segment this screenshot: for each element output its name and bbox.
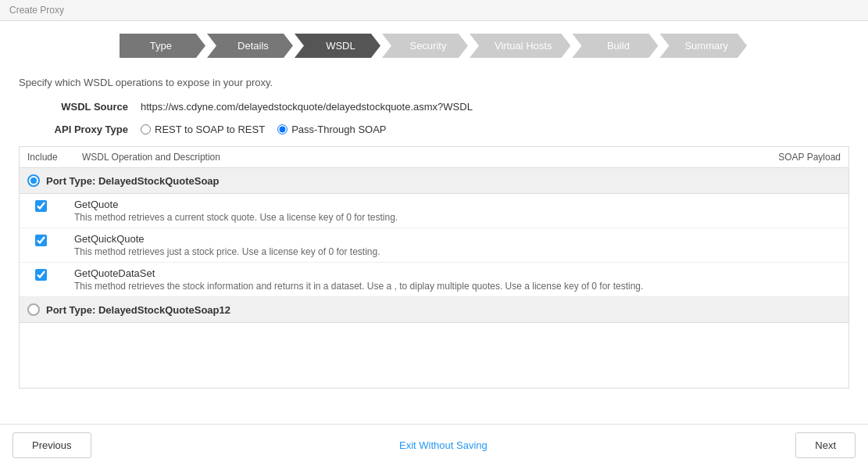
next-button[interactable]: Next bbox=[795, 432, 855, 458]
wsdl-source-row: WSDL Source https://ws.cdyne.com/delayed… bbox=[19, 101, 849, 113]
api-proxy-type-label: API Proxy Type bbox=[19, 124, 128, 135]
op-getquotedataset-checkbox-container bbox=[35, 267, 74, 283]
op-getquote-name: GetQuote bbox=[74, 199, 841, 210]
op-getquote-desc: This method retrieves a current stock qu… bbox=[74, 212, 841, 223]
step-wsdl[interactable]: WSDL bbox=[295, 34, 382, 58]
col-operation: WSDL Operation and Description bbox=[82, 152, 747, 163]
op-getquickquote-desc: This method retrieves just a stock price… bbox=[74, 246, 841, 257]
op-getquotedataset-checkbox[interactable] bbox=[35, 269, 47, 281]
step-details[interactable]: Details bbox=[207, 34, 295, 58]
top-bar-title: Create Proxy bbox=[9, 5, 64, 16]
step-security[interactable]: Security bbox=[382, 34, 470, 58]
wsdl-source-value: https://ws.cdyne.com/delayedstockquote/d… bbox=[141, 101, 473, 113]
op-getquotedataset-name: GetQuoteDataSet bbox=[74, 267, 841, 279]
top-bar: Create Proxy bbox=[0, 0, 868, 21]
api-proxy-type-row: API Proxy Type REST to SOAP to REST Pass… bbox=[19, 124, 849, 135]
wsdl-source-label: WSDL Source bbox=[19, 101, 128, 113]
radio-passthrough-input[interactable] bbox=[277, 124, 288, 134]
operation-row-getquickquote: GetQuickQuote This method retrieves just… bbox=[20, 228, 848, 263]
radio-passthrough-option[interactable]: Pass-Through SOAP bbox=[277, 124, 386, 135]
port-type-row-2[interactable]: Port Type: DelayedStockQuoteSoap12 bbox=[20, 297, 848, 323]
col-soap: SOAP Payload bbox=[747, 152, 841, 163]
radio-rest-label: REST to SOAP to REST bbox=[155, 124, 265, 135]
op-getquickquote-name: GetQuickQuote bbox=[74, 233, 841, 245]
op-getquote-checkbox[interactable] bbox=[35, 200, 47, 212]
wizard-steps: Type Details WSDL Security Virtual Hosts… bbox=[0, 21, 868, 67]
step-wsdl-label[interactable]: WSDL bbox=[295, 34, 380, 58]
operations-table: Include WSDL Operation and Description S… bbox=[19, 146, 849, 389]
op-getquickquote-checkbox[interactable] bbox=[35, 235, 47, 246]
port-type-row-1[interactable]: Port Type: DelayedStockQuoteSoap bbox=[20, 168, 848, 194]
op-getquote-content: GetQuote This method retrieves a current… bbox=[74, 199, 841, 223]
step-type[interactable]: Type bbox=[120, 34, 207, 58]
step-build[interactable]: Build bbox=[572, 34, 659, 58]
step-summary-label[interactable]: Summary bbox=[659, 34, 747, 58]
step-virtual-hosts-label[interactable]: Virtual Hosts bbox=[470, 34, 570, 58]
step-build-label[interactable]: Build bbox=[572, 34, 658, 58]
step-summary[interactable]: Summary bbox=[659, 34, 748, 58]
radio-rest-input[interactable] bbox=[141, 124, 151, 134]
radio-group: REST to SOAP to REST Pass-Through SOAP bbox=[141, 124, 387, 135]
op-getquote-checkbox-container bbox=[35, 199, 74, 214]
table-header: Include WSDL Operation and Description S… bbox=[20, 147, 848, 168]
op-getquotedataset-desc: This method retrieves the stock informat… bbox=[74, 281, 841, 292]
operation-row-getquote: GetQuote This method retrieves a current… bbox=[20, 194, 848, 228]
main-content: Specify which WSDL operations to expose … bbox=[0, 67, 868, 395]
op-getquotedataset-content: GetQuoteDataSet This method retrieves th… bbox=[74, 267, 841, 292]
op-getquickquote-content: GetQuickQuote This method retrieves just… bbox=[74, 233, 841, 257]
page-subtitle: Specify which WSDL operations to expose … bbox=[19, 77, 849, 88]
port-type-2-radio[interactable] bbox=[27, 303, 40, 316]
step-security-label[interactable]: Security bbox=[382, 34, 468, 58]
port-type-2-label: Port Type: DelayedStockQuoteSoap12 bbox=[46, 304, 230, 316]
previous-button[interactable]: Previous bbox=[13, 432, 91, 458]
op-getquickquote-checkbox-container bbox=[35, 233, 74, 249]
radio-passthrough-label: Pass-Through SOAP bbox=[291, 124, 386, 135]
bottom-bar: Previous Exit Without Saving Next bbox=[0, 424, 868, 466]
port-type-1-radio[interactable] bbox=[27, 174, 40, 187]
radio-rest-option[interactable]: REST to SOAP to REST bbox=[141, 124, 265, 135]
operation-row-getquotedataset: GetQuoteDataSet This method retrieves th… bbox=[20, 263, 848, 297]
step-details-label[interactable]: Details bbox=[207, 34, 293, 58]
exit-without-saving-link[interactable]: Exit Without Saving bbox=[399, 439, 488, 451]
port-type-1-label: Port Type: DelayedStockQuoteSoap bbox=[46, 175, 220, 187]
step-virtual-hosts[interactable]: Virtual Hosts bbox=[470, 34, 572, 58]
step-type-label[interactable]: Type bbox=[120, 34, 205, 58]
col-include: Include bbox=[27, 152, 82, 163]
